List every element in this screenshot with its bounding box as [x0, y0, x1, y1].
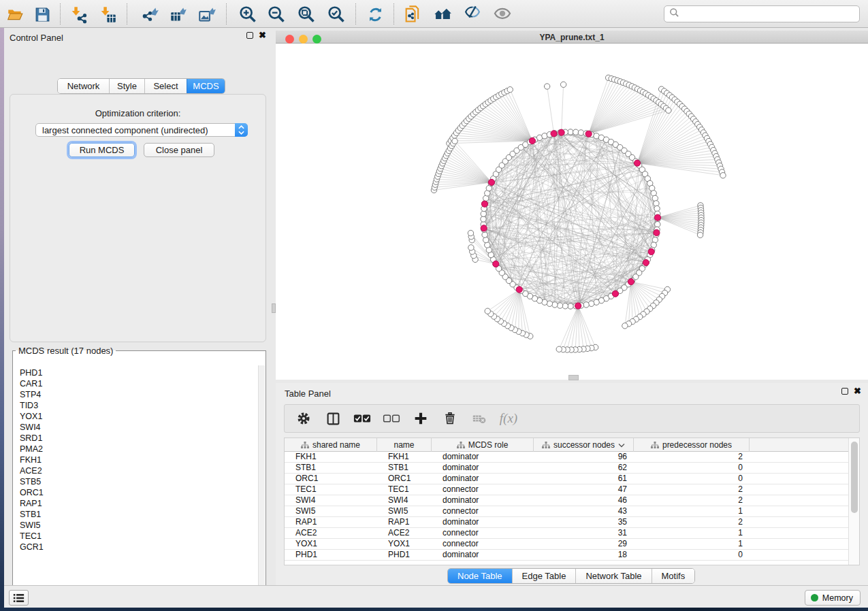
mcds-result-item[interactable]: PHD1 — [20, 367, 258, 378]
table-row[interactable]: PHD1PHD1dominator180 — [285, 550, 849, 561]
table-cell: ACE2 — [377, 528, 432, 538]
table-scrollbar[interactable] — [848, 438, 859, 565]
split-view-icon[interactable] — [324, 410, 342, 427]
hide-visual-style-icon[interactable] — [463, 5, 482, 24]
column-header-successor-nodes[interactable]: successor nodes — [534, 438, 634, 452]
mcds-result-item[interactable]: SWI4 — [20, 422, 258, 433]
tab-node-table[interactable]: Node Table — [448, 569, 512, 583]
save-session-icon[interactable] — [33, 5, 52, 24]
deselect-all-checkboxes-icon[interactable] — [383, 410, 400, 427]
tab-mcds[interactable]: MCDS — [187, 79, 225, 93]
mcds-result-item[interactable]: FKH1 — [20, 455, 258, 465]
eye-icon[interactable] — [493, 5, 512, 24]
table-cell: 96 — [534, 452, 634, 462]
table-panel-title: Table Panel — [285, 389, 331, 399]
table-toolbar: f(x) — [284, 404, 860, 433]
table-cell: connector — [432, 528, 534, 538]
mcds-result-item[interactable]: TEC1 — [20, 531, 258, 542]
import-table-icon[interactable] — [98, 5, 117, 24]
table-cell: connector — [432, 506, 534, 516]
table-body: FKH1FKH1dominator962STB1STB1dominator620… — [285, 452, 849, 565]
table-cell: 2 — [634, 517, 750, 527]
table-scrollbar-thumb[interactable] — [851, 442, 858, 513]
float-window-icon[interactable] — [841, 388, 848, 395]
export-table-icon[interactable] — [169, 5, 188, 24]
table-cell: STB1 — [285, 463, 377, 473]
table-row[interactable]: RAP1RAP1dominator352 — [285, 517, 849, 528]
column-header-predecessor-nodes[interactable]: predecessor nodes — [634, 438, 750, 452]
network-canvas[interactable] — [276, 44, 868, 380]
table-cell: FKH1 — [285, 452, 377, 462]
settings-gear-icon[interactable] — [295, 410, 312, 427]
zoom-fit-icon[interactable] — [297, 5, 316, 24]
table-row[interactable]: FKH1FKH1dominator962 — [285, 452, 849, 463]
control-panel-header: Control Panel ✖ — [4, 28, 272, 46]
tab-style[interactable]: Style — [109, 79, 144, 93]
mcds-result-item[interactable]: STB5 — [20, 476, 258, 487]
mcds-result-item[interactable]: PMA2 — [20, 444, 258, 455]
table-row[interactable]: ORC1ORC1dominator610 — [285, 474, 849, 484]
table-cell: SWI4 — [377, 495, 432, 506]
table-cell: 0 — [634, 463, 750, 473]
table-row[interactable]: TEC1TEC1connector472 — [285, 484, 849, 495]
table-cell: 62 — [534, 463, 634, 473]
mcds-result-item[interactable]: STP4 — [20, 389, 258, 400]
mcds-result-item[interactable]: CAR1 — [20, 378, 258, 389]
add-column-icon[interactable] — [412, 410, 430, 427]
criterion-select[interactable]: largest connected component (undirected) — [35, 123, 248, 137]
delete-column-trash-icon[interactable] — [441, 410, 459, 427]
tab-motifs[interactable]: Motifs — [652, 569, 695, 583]
memory-button[interactable]: Memory — [805, 590, 861, 606]
zoom-out-icon[interactable] — [267, 5, 286, 24]
tab-edge-table[interactable]: Edge Table — [512, 569, 576, 583]
close-panel-icon[interactable]: ✖ — [259, 32, 266, 39]
run-mcds-button[interactable]: Run MCDS — [69, 143, 135, 157]
mcds-result-item[interactable]: STB1 — [20, 509, 258, 520]
mcds-result-item[interactable]: ORC1 — [20, 487, 258, 498]
tab-select[interactable]: Select — [144, 79, 187, 93]
table-cell: PHD1 — [285, 550, 377, 560]
table-cell: dominator — [432, 474, 534, 484]
home-icon[interactable] — [433, 5, 452, 24]
table-row[interactable]: YOX1YOX1connector291 — [285, 539, 849, 550]
mcds-result-item[interactable]: TID3 — [20, 400, 258, 411]
horizontal-splitter-grip[interactable] — [568, 375, 579, 380]
toolbar-separator — [393, 3, 394, 24]
column-header-MCDS-role[interactable]: MCDS role — [432, 438, 534, 452]
tab-network-table[interactable]: Network Table — [575, 569, 651, 583]
task-history-button[interactable] — [9, 590, 29, 606]
mcds-result-item[interactable]: SRD1 — [20, 433, 258, 444]
list-icon — [13, 593, 25, 603]
select-all-checkboxes-icon[interactable] — [353, 410, 371, 427]
tab-network[interactable]: Network — [58, 79, 109, 93]
table-row[interactable]: STB1STB1dominator620 — [285, 463, 849, 474]
zoom-in-icon[interactable] — [238, 5, 257, 24]
table-cell: 1 — [634, 528, 750, 538]
export-image-icon[interactable] — [197, 5, 216, 24]
mcds-result-item[interactable]: ACE2 — [20, 465, 258, 476]
close-panel-icon[interactable]: ✖ — [854, 388, 861, 395]
table-tabs: Node TableEdge TableNetwork TableMotifs — [447, 568, 695, 584]
export-network-icon[interactable] — [140, 5, 159, 24]
search-box — [664, 5, 860, 22]
table-cell: dominator — [432, 550, 534, 560]
mcds-list-scrollbar[interactable] — [258, 365, 265, 597]
column-header-shared-name[interactable]: shared name — [285, 438, 377, 452]
share-session-icon[interactable] — [403, 5, 422, 24]
float-window-icon[interactable] — [246, 32, 253, 39]
search-input[interactable] — [682, 7, 859, 21]
mcds-result-item[interactable]: GCR1 — [20, 542, 258, 552]
table-row[interactable]: SWI5SWI5connector431 — [285, 506, 849, 517]
table-row[interactable]: ACE2ACE2connector311 — [285, 528, 849, 539]
open-session-icon[interactable] — [5, 5, 25, 24]
mcds-result-item[interactable]: SWI5 — [20, 520, 258, 531]
mcds-result-item[interactable]: RAP1 — [20, 498, 258, 509]
network-titlebar: YPA_prune.txt_1 — [276, 31, 868, 44]
refresh-icon[interactable] — [366, 5, 385, 24]
close-panel-button[interactable]: Close panel — [144, 143, 214, 157]
import-network-icon[interactable] — [69, 5, 88, 24]
table-row[interactable]: SWI4SWI4dominator462 — [285, 495, 849, 506]
column-header-name[interactable]: name — [377, 438, 432, 452]
mcds-result-item[interactable]: YOX1 — [20, 411, 258, 422]
zoom-selected-icon[interactable] — [327, 5, 346, 24]
